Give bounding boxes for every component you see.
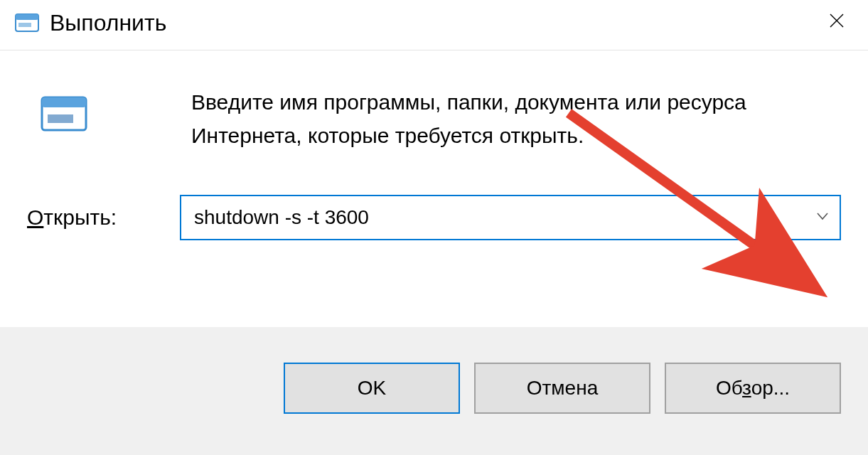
open-label: Открыть: xyxy=(27,205,159,230)
browse-pre: Об xyxy=(716,377,742,399)
browse-button[interactable]: Обзор... xyxy=(665,363,841,414)
button-bar: OK Отмена Обзор... xyxy=(0,327,868,455)
input-row: Открыть: xyxy=(27,195,841,240)
svg-rect-7 xyxy=(48,114,73,123)
run-large-icon xyxy=(38,93,92,136)
dialog-body: Введите имя программы, папки, документа … xyxy=(0,50,868,269)
browse-post: ор... xyxy=(751,377,790,399)
close-button[interactable] xyxy=(823,9,851,37)
command-input[interactable] xyxy=(180,195,841,240)
description-text: Введите имя программы, папки, документа … xyxy=(191,86,774,152)
close-icon xyxy=(828,11,845,34)
svg-rect-2 xyxy=(18,23,31,27)
svg-rect-6 xyxy=(42,97,86,107)
titlebar: Выполнить xyxy=(0,0,868,50)
open-label-mnemonic: О xyxy=(27,205,43,229)
description-row: Введите имя программы, папки, документа … xyxy=(27,86,841,152)
cancel-button[interactable]: Отмена xyxy=(474,363,650,414)
titlebar-left: Выполнить xyxy=(13,9,166,37)
open-label-rest: ткрыть: xyxy=(43,205,117,229)
command-combobox[interactable] xyxy=(180,195,841,240)
svg-rect-1 xyxy=(16,14,38,20)
dialog-title: Выполнить xyxy=(50,10,166,36)
ok-button[interactable]: OK xyxy=(284,363,460,414)
run-dialog-icon xyxy=(13,9,41,37)
browse-mnemonic: з xyxy=(742,377,751,399)
